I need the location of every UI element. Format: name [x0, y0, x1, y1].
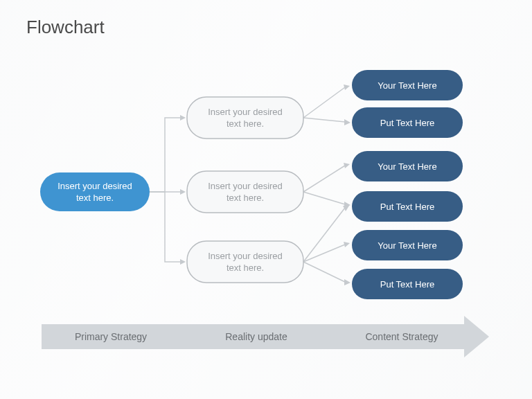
- leaf-node-4-text: Your Text Here: [378, 240, 436, 251]
- flowchart-canvas: Insert your desired text here. Insert yo…: [0, 0, 532, 399]
- svg-rect-11: [187, 97, 303, 139]
- svg-marker-8: [344, 242, 350, 247]
- leaf-node-2-text: Your Text Here: [378, 161, 436, 172]
- svg-marker-4: [344, 119, 351, 125]
- root-node: Insert your desired text here.: [40, 172, 150, 211]
- svg-marker-21: [464, 316, 489, 357]
- mid-node-2-l1: Insert your desired: [208, 251, 283, 261]
- mid-node-1-l2: text here.: [227, 193, 264, 203]
- svg-marker-2: [180, 259, 186, 265]
- axis-label-2: Content Strategy: [365, 331, 438, 342]
- leaf-node-1: Put Text Here: [352, 107, 463, 138]
- leaf-node-3-text: Put Text Here: [380, 202, 435, 212]
- mid-node-2-l2: text here.: [227, 263, 264, 273]
- svg-marker-0: [180, 115, 186, 121]
- leaf-node-0-text: Your Text Here: [378, 80, 436, 91]
- mid-node-0-l2: text here.: [227, 118, 264, 129]
- leaf-node-2: Your Text Here: [352, 151, 463, 181]
- axis-label-1: Reality update: [225, 331, 287, 342]
- leaf-node-3: Put Text Here: [352, 191, 463, 222]
- leaf-node-4: Your Text Here: [352, 230, 463, 260]
- mid-node-2: Insert your desired text here.: [187, 241, 303, 283]
- leaf-node-0: Your Text Here: [352, 70, 463, 100]
- connector-mid1-leaves: [303, 163, 351, 208]
- svg-marker-3: [344, 85, 350, 90]
- connector-mid2-leaves: [303, 206, 351, 285]
- slide: Flowchart: [0, 0, 532, 399]
- leaf-node-1-text: Put Text Here: [380, 118, 435, 128]
- root-node-text-l2: text here.: [76, 193, 114, 203]
- mid-node-1-l1: Insert your desired: [208, 181, 283, 191]
- mid-node-0: Insert your desired text here.: [187, 97, 303, 139]
- svg-rect-12: [187, 171, 303, 213]
- svg-rect-10: [40, 172, 150, 211]
- leaf-node-5: Put Text Here: [352, 269, 463, 299]
- svg-marker-5: [344, 163, 350, 168]
- root-node-text-l1: Insert your desired: [57, 181, 132, 191]
- svg-marker-1: [180, 189, 186, 195]
- svg-marker-9: [344, 279, 351, 285]
- axis-label-0: Primary Strategy: [75, 331, 147, 342]
- leaf-node-5-text: Put Text Here: [380, 279, 435, 290]
- svg-rect-13: [187, 241, 303, 283]
- axis-arrow: Primary Strategy Reality update Content …: [42, 316, 489, 357]
- mid-node-1: Insert your desired text here.: [187, 171, 303, 213]
- connector-root-mid: [150, 115, 186, 265]
- mid-node-0-l1: Insert your desired: [208, 107, 283, 117]
- connector-mid0-leaves: [303, 85, 351, 125]
